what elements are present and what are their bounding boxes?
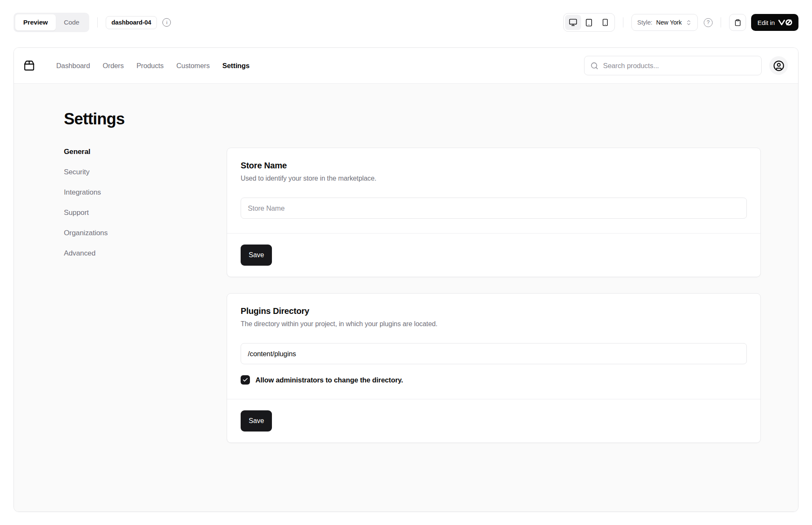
help-icon[interactable]: ? <box>704 18 713 27</box>
settings-page: Settings General Security Integrations S… <box>14 84 798 511</box>
desktop-view-toggle[interactable] <box>565 15 581 30</box>
nav-link-orders[interactable]: Orders <box>103 62 124 70</box>
divider <box>623 17 623 27</box>
tablet-icon <box>585 19 593 27</box>
monitor-icon <box>569 18 577 27</box>
save-store-name-button[interactable]: Save <box>241 245 272 266</box>
info-icon[interactable]: i <box>162 18 171 27</box>
settings-cards: Store Name Used to identify your store i… <box>227 148 761 443</box>
store-name-input[interactable] <box>241 198 747 219</box>
nav-link-products[interactable]: Products <box>137 62 164 70</box>
divider <box>721 17 721 27</box>
card-title: Store Name <box>241 161 747 170</box>
style-select-value: New York <box>656 19 682 26</box>
check-icon <box>242 377 248 383</box>
card-footer: Save <box>227 233 760 277</box>
sidenav-item-integrations[interactable]: Integrations <box>64 188 227 197</box>
block-name-badge: dashboard-04 <box>106 16 157 29</box>
allow-admins-label[interactable]: Allow administrators to change the direc… <box>255 376 403 384</box>
tab-preview[interactable]: Preview <box>15 14 56 30</box>
allow-admins-checkbox[interactable] <box>241 375 250 385</box>
allow-admins-row: Allow administrators to change the direc… <box>241 375 747 385</box>
mobile-view-toggle[interactable] <box>597 15 613 30</box>
chevrons-up-down-icon <box>686 19 692 26</box>
edit-in-v0-label: Edit in <box>757 19 775 26</box>
store-name-card: Store Name Used to identify your store i… <box>227 148 761 277</box>
store-navbar: Dashboard Orders Products Customers Sett… <box>14 48 798 84</box>
nav-link-settings[interactable]: Settings <box>222 62 250 70</box>
user-menu-button[interactable] <box>769 56 788 75</box>
sidenav-item-support[interactable]: Support <box>64 209 227 217</box>
search-icon <box>590 62 598 70</box>
view-mode-tabs: Preview Code <box>14 13 89 32</box>
settings-sidenav: General Security Integrations Support Or… <box>64 148 227 258</box>
card-title: Plugins Directory <box>241 306 747 316</box>
block-toolbar: Preview Code dashboard-04 i <box>14 13 798 32</box>
plugins-directory-card: Plugins Directory The directory within y… <box>227 293 761 443</box>
edit-in-v0-button[interactable]: Edit in <box>751 14 798 31</box>
sidenav-item-organizations[interactable]: Organizations <box>64 229 227 237</box>
circle-user-icon <box>773 60 785 71</box>
divider <box>97 17 98 27</box>
clipboard-icon <box>734 19 741 26</box>
card-description: Used to identify your store in the marke… <box>241 175 747 182</box>
sidenav-item-general[interactable]: General <box>64 148 227 156</box>
save-plugins-directory-button[interactable]: Save <box>241 410 272 432</box>
style-select[interactable]: Style: New York <box>631 14 698 31</box>
card-footer: Save <box>227 399 760 443</box>
v0-logo-icon <box>778 19 792 26</box>
store-logo-icon[interactable] <box>23 60 35 71</box>
sidenav-item-security[interactable]: Security <box>64 168 227 176</box>
smartphone-icon <box>601 19 609 26</box>
tab-code[interactable]: Code <box>56 14 88 30</box>
style-select-label: Style: <box>637 19 653 26</box>
block-preview-panel: Dashboard Orders Products Customers Sett… <box>14 47 798 512</box>
nav-link-dashboard[interactable]: Dashboard <box>56 62 90 70</box>
product-search <box>584 56 762 75</box>
plugins-directory-input[interactable] <box>241 343 747 364</box>
sidenav-item-advanced[interactable]: Advanced <box>64 249 227 258</box>
nav-link-customers[interactable]: Customers <box>176 62 210 70</box>
search-input[interactable] <box>603 62 755 70</box>
page-title: Settings <box>64 110 761 128</box>
card-description: The directory within your project, in wh… <box>241 320 747 328</box>
device-toggle-group <box>563 13 615 32</box>
nav-links: Dashboard Orders Products Customers Sett… <box>56 62 250 70</box>
copy-code-button[interactable] <box>729 14 746 31</box>
tablet-view-toggle[interactable] <box>581 15 597 30</box>
